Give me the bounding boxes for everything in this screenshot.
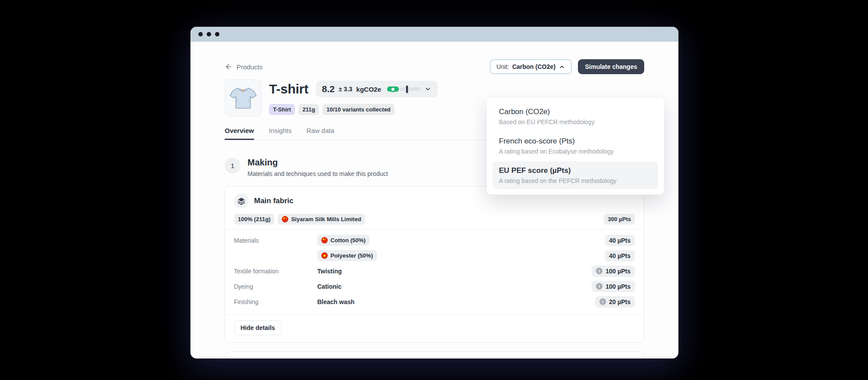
menu-item-title: Carbon (CO2e)	[499, 108, 652, 116]
product-image	[225, 79, 262, 116]
composition-badge: 100% (211g)	[234, 214, 274, 225]
value-text: 40 µPts	[609, 252, 631, 259]
main-fabric-card: Main fabric 100% (211g) Siyaram Silk Mil…	[225, 186, 644, 343]
header-controls: Unit: Carbon (CO2e) Simulate changes	[490, 59, 644, 74]
tab-raw-data[interactable]: Raw data	[306, 127, 334, 140]
chevron-down-icon[interactable]	[424, 86, 431, 93]
value-badge: i 100 µPts	[592, 265, 635, 277]
material-badge-cotton[interactable]: Cotton (50%)	[317, 235, 369, 246]
unit-dropdown-menu: Carbon (CO2e) Based on EU PEFCR methodol…	[486, 97, 664, 195]
row-label: Dyeing	[234, 283, 317, 290]
table-row-material-polyester: Polyester (50%) 40 µPts	[234, 248, 635, 263]
tab-insights[interactable]: Insights	[269, 127, 292, 140]
fabric-detail-rows: Materials Cotton (50%) 40 µPts	[234, 233, 635, 309]
fabric-total-badge: 300 µPts	[604, 214, 635, 225]
simulate-changes-button[interactable]: Simulate changes	[578, 59, 644, 74]
row-label: Textile formation	[234, 268, 317, 275]
value-badge: i 100 µPts	[592, 281, 635, 292]
value-badge: 40 µPts	[605, 250, 635, 262]
menu-item-carbon[interactable]: Carbon (CO2e) Based on EU PEFCR methodol…	[493, 103, 658, 130]
supplier-badge[interactable]: Siyaram Silk Mills Limited	[278, 214, 365, 225]
card-divider	[225, 229, 644, 230]
card-title: Main fabric	[254, 197, 294, 205]
range-knob	[390, 86, 396, 92]
assembling-card[interactable]: Assembling	[225, 351, 644, 358]
page-header: Products Unit: Carbon (CO2e) Simulate ch…	[225, 59, 644, 74]
impact-value: 8.2	[322, 84, 335, 94]
menu-item-subtitle: A rating based on the PEFCR methodology	[499, 177, 652, 184]
window-titlebar	[190, 27, 678, 42]
info-icon[interactable]: i	[596, 268, 603, 274]
range-track	[409, 87, 420, 91]
main-fabric-card-header: Main fabric	[234, 194, 635, 208]
section-title: Making	[247, 158, 388, 168]
menu-item-subtitle: A rating based on Ecobalyse methodology	[499, 148, 652, 155]
window-control-dot[interactable]	[207, 32, 211, 36]
variants-tag: 10/10 variants collected	[323, 104, 395, 115]
row-label: Materials	[234, 237, 317, 244]
impact-score-badge[interactable]: 8.2 ± 3.3 kgCO2e	[316, 81, 438, 97]
range-current-segment	[387, 86, 399, 92]
impact-tolerance: ± 3.3	[339, 86, 352, 93]
table-row-textile-formation: Textile formation Twisting i 100 µPts	[234, 263, 635, 279]
menu-item-title: EU PEF score (µPts)	[499, 166, 652, 175]
table-row-dyeing: Dyeing Cationic i 100 µPts	[234, 279, 635, 294]
menu-item-title: French eco-score (Pts)	[499, 137, 652, 146]
table-row-material-cotton: Materials Cotton (50%) 40 µPts	[234, 233, 635, 248]
tab-overview[interactable]: Overview	[225, 127, 254, 140]
unit-selector-button[interactable]: Unit: Carbon (CO2e)	[490, 59, 572, 74]
section-subtitle: Materials and techniques used to make th…	[247, 170, 388, 177]
value-text: 100 µPts	[606, 268, 631, 275]
product-header-text: T-shirt 8.2 ± 3.3 kgCO2e	[269, 79, 438, 116]
material-name: Polyester (50%)	[330, 252, 373, 259]
value-badge: 40 µPts	[605, 235, 635, 246]
product-title-row: T-shirt 8.2 ± 3.3 kgCO2e	[269, 81, 438, 97]
value-text: 20 µPts	[609, 298, 631, 305]
impact-range-indicator	[387, 86, 420, 93]
layers-icon	[234, 194, 249, 208]
range-track	[400, 87, 405, 91]
back-arrow-icon	[225, 63, 233, 71]
product-tags: T-Shirt 211g 10/10 variants collected	[269, 104, 438, 115]
page-title: T-shirt	[269, 82, 308, 97]
fabric-summary-badges: 100% (211g) Siyaram Silk Mills Limited	[234, 214, 365, 225]
process-value: Bleach wash	[317, 298, 355, 305]
vietnam-flag-icon	[321, 252, 328, 259]
range-marker	[406, 86, 408, 93]
value-text: 100 µPts	[606, 283, 631, 290]
value-text: 40 µPts	[609, 237, 631, 244]
weight-tag: 211g	[298, 104, 319, 115]
card-divider	[225, 314, 644, 315]
material-badge-polyester[interactable]: Polyester (50%)	[317, 250, 377, 261]
menu-item-french-eco-score[interactable]: French eco-score (Pts) A rating based on…	[493, 132, 658, 160]
back-link-label: Products	[237, 63, 262, 71]
section-number-badge: 1	[225, 158, 240, 173]
value-badge: i 20 µPts	[595, 296, 635, 308]
window-control-dot[interactable]	[198, 32, 203, 36]
impact-unit: kgCO2e	[356, 86, 381, 93]
category-tag: T-Shirt	[269, 104, 295, 115]
china-flag-icon	[321, 237, 328, 244]
hide-details-button[interactable]: Hide details	[234, 320, 282, 335]
menu-item-subtitle: Based on EU PEFCR methodology	[499, 118, 652, 125]
info-icon[interactable]: i	[599, 298, 606, 305]
table-row-finishing: Finishing Bleach wash i 20 µPts	[234, 294, 635, 309]
unit-prefix: Unit:	[496, 63, 509, 70]
info-icon[interactable]: i	[596, 283, 603, 290]
unit-value: Carbon (CO2e)	[512, 63, 556, 70]
material-name: Cotton (50%)	[330, 237, 366, 244]
fabric-summary-row: 100% (211g) Siyaram Silk Mills Limited 3…	[234, 214, 635, 225]
app-window: Products Unit: Carbon (CO2e) Simulate ch…	[190, 27, 678, 358]
page-content: Products Unit: Carbon (CO2e) Simulate ch…	[190, 42, 678, 358]
process-value: Cationic	[317, 283, 341, 290]
row-label: Finishing	[234, 298, 317, 305]
window-control-dot[interactable]	[215, 32, 219, 36]
china-flag-icon	[282, 216, 288, 222]
back-to-products-link[interactable]: Products	[225, 63, 262, 71]
menu-item-eu-pef-score[interactable]: EU PEF score (µPts) A rating based on th…	[493, 161, 658, 189]
chevron-up-icon	[559, 64, 565, 70]
process-value: Twisting	[317, 268, 342, 275]
supplier-name: Siyaram Silk Mills Limited	[291, 216, 361, 222]
